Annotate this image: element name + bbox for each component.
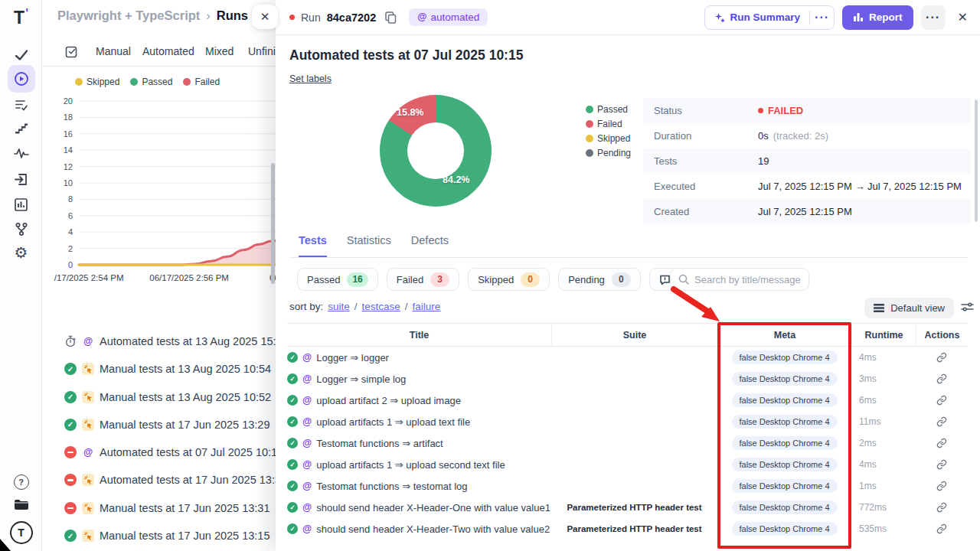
set-labels-link[interactable]: Set labels [289,73,332,84]
table-row[interactable]: @upload artifacts 1 ⇒ upload second text… [287,454,968,475]
app-logo[interactable]: T' [0,8,42,28]
sort-by-suite[interactable]: suite [328,301,350,312]
donut-failed-label: 15.8% [397,107,423,118]
link-icon[interactable] [916,395,968,406]
tab-manual[interactable]: Manual [96,45,131,57]
link-icon[interactable] [916,502,968,513]
run-summary-button[interactable]: Run Summary [705,11,810,23]
page-scrollbar[interactable] [271,163,275,284]
automated-badge[interactable]: @ automated [409,8,488,26]
col-title[interactable]: Title [287,324,551,346]
run-item[interactable]: Manual tests at 13 Aug 2025 10:52 from [64,386,286,409]
milestones-stairs-icon[interactable] [0,122,42,136]
passed-check-icon [64,530,77,542]
passed-count: 16 [347,272,368,287]
plans-list-icon[interactable] [0,98,42,112]
stopwatch-icon [64,335,77,347]
manual-click-icon [82,419,94,431]
filter-failed[interactable]: Failed3 [387,268,459,291]
table-row[interactable]: @Logger ⇒ simple log false Desktop Chrom… [287,368,968,390]
projects-folder-icon[interactable] [0,498,42,511]
search-input[interactable] [694,274,801,285]
link-icon[interactable] [916,438,968,448]
automated-at-icon: @ [302,439,312,448]
run-summary-split-button: Run Summary ··· [704,5,835,30]
link-icon[interactable] [916,523,968,534]
run-id: 84ca7202 [327,11,377,24]
breadcrumb-project[interactable]: Playwright + TypeScript [57,8,200,23]
table-row[interactable]: @should send header X-Header-One with va… [287,497,968,518]
link-icon[interactable] [916,373,968,384]
tab-defects[interactable]: Defects [411,234,449,257]
runs-area-chart: 02468101214161820/17/2025 2:54 PM06/17/2… [42,90,281,291]
meta-pill: false Desktop Chrome 4 [732,415,838,429]
passed-check-icon [64,419,77,431]
legend-skipped[interactable]: Skipped [75,77,119,87]
table-row[interactable]: @upload artifacts 1 ⇒ upload text file f… [287,411,968,432]
table-row[interactable]: @Testomat functions ⇒ artifact false Des… [287,432,968,454]
run-item[interactable]: Manual tests at 17 Jun 2025 13:29 from [64,413,286,436]
tab-tests[interactable]: Tests [299,234,327,257]
runs-play-icon[interactable] [0,65,42,93]
legend-failed[interactable]: Failed [183,77,220,87]
filter-pending[interactable]: Pending0 [558,268,641,291]
default-view-button[interactable]: Default view [864,298,954,318]
link-icon[interactable] [916,416,968,427]
close-panel-button[interactable]: ✕ [958,10,968,24]
col-runtime[interactable]: Runtime [851,324,916,346]
col-meta[interactable]: Meta [717,324,851,346]
run-item[interactable]: Manual tests at 17 Jun 2025 13:31 from [64,497,286,520]
svg-text:12: 12 [64,162,73,171]
chart-legend: Skipped Passed Failed [75,77,220,87]
tab-statistics[interactable]: Statistics [347,234,391,257]
import-icon[interactable] [0,172,42,187]
link-icon[interactable] [916,459,968,470]
checklist-icon[interactable] [64,44,79,59]
skipped-dot-icon [75,78,83,86]
more-options-button[interactable]: ··· [921,5,946,30]
passed-check-icon [287,481,298,491]
run-summary-more-button[interactable]: ··· [809,11,834,24]
reports-chart-icon[interactable] [0,197,42,212]
help-icon[interactable]: ? [0,474,42,490]
legend-passed[interactable]: Passed [130,77,172,87]
filter-skipped[interactable]: Skipped0 [468,268,550,291]
link-icon[interactable] [916,352,968,363]
link-icon[interactable] [916,481,968,491]
tab-mixed[interactable]: Mixed [205,45,234,57]
run-item[interactable]: @ Automated tests at 13 Aug 2025 15:53 [64,330,286,353]
copy-icon[interactable] [385,11,397,24]
sort-controls: sort by: suite / testcase / failure [289,301,440,312]
filter-passed[interactable]: Passed16 [297,268,378,291]
avatar[interactable]: T [0,521,42,544]
table-row[interactable]: @should send header X-Header-Two with va… [287,518,968,540]
settings-gear-icon[interactable]: ⚙ [0,245,42,260]
failed-count: 3 [430,272,449,287]
tab-unfinished[interactable]: Unfini [248,45,276,57]
meta-pill: false Desktop Chrome 4 [732,393,838,407]
svg-text:6: 6 [68,211,73,220]
run-item[interactable]: Manual tests at 13 Aug 2025 10:54 2 [64,357,286,380]
tests-check-icon[interactable] [0,47,42,63]
passed-check-icon [287,459,298,470]
branch-icon[interactable] [0,222,42,236]
meta-pill: false Desktop Chrome 4 [732,479,838,493]
run-item[interactable]: Manual tests at 17 Jun 2025 13:15 from [64,524,286,547]
pulse-icon[interactable] [0,147,42,161]
close-runs-button[interactable]: ✕ [252,5,278,29]
sort-by-failure[interactable]: failure [413,301,441,312]
run-item[interactable]: Automated tests at 17 Jun 2025 13:30 [64,468,286,491]
col-actions[interactable]: Actions [916,324,968,346]
passed-check-icon [287,523,298,534]
table-row[interactable]: @upload artifact 2 ⇒ upload image false … [287,390,968,411]
run-item[interactable]: @ Automated tests at 07 Jul 2025 10:15 [64,441,286,464]
panel-scrollbar[interactable] [975,99,978,222]
table-row[interactable]: @Logger ⇒ logger false Desktop Chrome 4 … [287,347,968,368]
sliders-icon[interactable] [961,301,974,313]
tab-automated[interactable]: Automated [142,45,194,57]
report-button[interactable]: Report [842,5,913,30]
table-row[interactable]: @Testomat functions ⇒ testomat log false… [287,475,968,497]
automated-at-icon: @ [302,353,312,363]
col-suite[interactable]: Suite [551,324,717,346]
sort-by-testcase[interactable]: testcase [362,301,400,312]
